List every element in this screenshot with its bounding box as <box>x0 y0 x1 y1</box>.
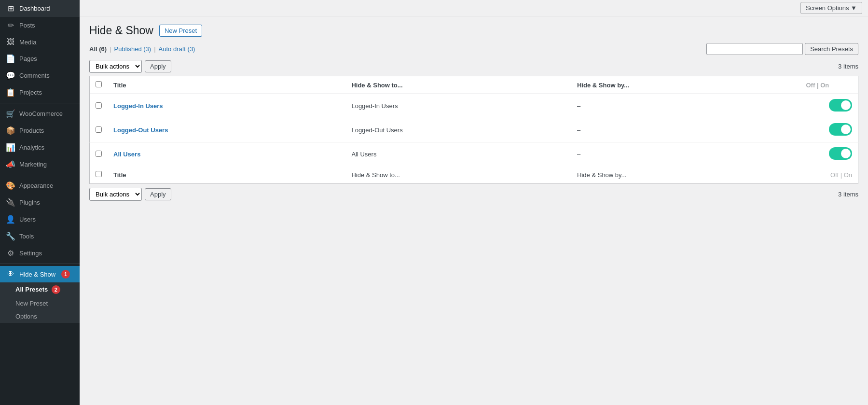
content-area: Hide & Show New Preset All (6) | Publish… <box>80 16 868 405</box>
select-all-checkbox[interactable] <box>96 81 102 87</box>
bottom-apply-button[interactable]: Apply <box>145 188 171 200</box>
row-checkbox-logged-out[interactable] <box>96 126 102 133</box>
sidebar-item-label: Posts <box>19 22 35 29</box>
analytics-icon: 📊 <box>6 143 15 152</box>
hide-show-to-logged-out: Logged-Out Users <box>345 118 571 142</box>
table-row: Logged-In UsersLogged-In Users– <box>90 94 858 118</box>
filter-row: All (6) | Published (3) | Auto draft (3)… <box>89 43 858 55</box>
sidebar-submenu-options[interactable]: Options <box>0 310 80 323</box>
header-hide-show-by: Hide & Show by... <box>571 76 800 94</box>
bulk-actions-left: Bulk actions Apply <box>89 60 171 73</box>
hide-show-icon: 👁 <box>6 270 15 279</box>
sidebar-item-label: Marketing <box>19 161 47 168</box>
main-content: Screen Options ▼ Hide & Show New Preset … <box>80 0 868 405</box>
sidebar-item-comments[interactable]: 💬 Comments <box>0 67 80 84</box>
sidebar-item-analytics[interactable]: 📊 Analytics <box>0 139 80 156</box>
sidebar-divider-2 <box>0 175 80 175</box>
screen-options-button[interactable]: Screen Options ▼ <box>800 2 862 14</box>
top-apply-button[interactable]: Apply <box>145 60 171 72</box>
header-hide-show-to: Hide & Show to... <box>345 76 571 94</box>
hide-show-by-logged-out: – <box>571 118 800 142</box>
row-checkbox-logged-in[interactable] <box>96 102 102 109</box>
sidebar-item-label: Media <box>19 39 36 46</box>
sidebar-item-products[interactable]: 📦 Products <box>0 122 80 139</box>
filter-published-link[interactable]: Published (3) <box>114 45 152 53</box>
footer-off-on: Off | On <box>800 166 858 184</box>
sidebar-item-appearance[interactable]: 🎨 Appearance <box>0 177 80 194</box>
sidebar-item-tools[interactable]: 🔧 Tools <box>0 228 80 245</box>
table-row: All UsersAll Users– <box>90 142 858 167</box>
page-title-row: Hide & Show New Preset <box>89 24 858 37</box>
search-preset-row: Search Presets <box>706 43 858 55</box>
bottom-bulk-actions-select[interactable]: Bulk actions <box>89 188 142 201</box>
sidebar-submenu-new-preset[interactable]: New Preset <box>0 297 80 310</box>
submenu-label: All Presets <box>15 286 48 293</box>
submenu-label: Options <box>15 313 37 320</box>
woocommerce-icon: 🛒 <box>6 109 15 118</box>
pages-icon: 📄 <box>6 54 15 63</box>
header-off-on: Off | On <box>800 76 858 94</box>
sidebar-item-projects[interactable]: 📋 Projects <box>0 84 80 101</box>
sidebar-item-label: Pages <box>19 55 37 62</box>
preset-title-link-all-users[interactable]: All Users <box>113 151 140 158</box>
bottom-bulk-row: Bulk actions Apply 3 items <box>89 188 858 201</box>
sidebar-item-label: Tools <box>19 233 34 240</box>
toggle-cell-logged-in <box>800 94 858 118</box>
top-bulk-row: Bulk actions Apply 3 items <box>89 60 858 73</box>
sidebar-item-label: Hide & Show <box>19 271 55 278</box>
topbar: Screen Options ▼ <box>80 0 868 16</box>
bottom-bulk-actions-left: Bulk actions Apply <box>89 188 171 201</box>
sidebar-item-label: Comments <box>19 72 50 79</box>
sidebar-item-label: Settings <box>19 250 42 257</box>
table-header-row: Title Hide & Show to... Hide & Show by..… <box>90 76 858 94</box>
users-icon: 👤 <box>6 215 15 224</box>
filter-separator-1: | <box>110 45 111 53</box>
table-row: Logged-Out UsersLogged-Out Users– <box>90 118 858 142</box>
tools-icon: 🔧 <box>6 232 15 241</box>
appearance-icon: 🎨 <box>6 181 15 190</box>
plugins-icon: 🔌 <box>6 198 15 207</box>
sidebar-item-label: Dashboard <box>19 5 50 12</box>
new-preset-button[interactable]: New Preset <box>159 25 202 37</box>
search-presets-button[interactable]: Search Presets <box>805 43 858 55</box>
projects-icon: 📋 <box>6 88 15 97</box>
toggle-switch-logged-in[interactable] <box>829 99 852 112</box>
sidebar-item-media[interactable]: 🖼 Media <box>0 34 80 50</box>
toggle-switch-logged-out[interactable] <box>829 123 852 136</box>
sidebar-item-label: Products <box>19 127 44 134</box>
filter-auto-draft-link[interactable]: Auto draft (3) <box>159 45 195 53</box>
row-checkbox-all-users[interactable] <box>96 151 102 157</box>
sidebar-divider <box>0 103 80 103</box>
preset-title-link-logged-in[interactable]: Logged-In Users <box>113 102 163 110</box>
search-presets-input[interactable] <box>706 43 803 55</box>
sidebar-item-pages[interactable]: 📄 Pages <box>0 50 80 67</box>
filter-all-link[interactable]: All (6) <box>89 45 107 53</box>
sidebar-item-label: Plugins <box>19 199 40 206</box>
select-all-footer-checkbox[interactable] <box>96 171 102 177</box>
sidebar-item-label: WooCommerce <box>19 110 63 117</box>
presets-table: Title Hide & Show to... Hide & Show by..… <box>89 76 858 184</box>
sidebar-item-settings[interactable]: ⚙ Settings <box>0 245 80 262</box>
hide-show-by-all-users: – <box>571 142 800 167</box>
hide-show-to-logged-in: Logged-In Users <box>345 94 571 118</box>
toggle-switch-all-users[interactable] <box>829 147 852 160</box>
sidebar-item-marketing[interactable]: 📣 Marketing <box>0 156 80 173</box>
sidebar-item-posts[interactable]: ✏ Posts <box>0 17 80 34</box>
dashboard-icon: ⊞ <box>6 4 15 13</box>
sidebar-item-users[interactable]: 👤 Users <box>0 211 80 228</box>
marketing-icon: 📣 <box>6 160 15 169</box>
footer-hide-show-to: Hide & Show to... <box>345 166 571 184</box>
sidebar-item-plugins[interactable]: 🔌 Plugins <box>0 194 80 211</box>
header-title: Title <box>108 76 345 94</box>
hide-show-to-all-users: All Users <box>345 142 571 167</box>
sidebar-divider-3 <box>0 264 80 264</box>
sidebar-item-label: Analytics <box>19 144 44 151</box>
preset-title-link-logged-out[interactable]: Logged-Out Users <box>113 126 168 134</box>
bulk-actions-select[interactable]: Bulk actions <box>89 60 142 73</box>
sidebar-item-dashboard[interactable]: ⊞ Dashboard <box>0 0 80 17</box>
header-checkbox-col <box>90 76 108 94</box>
sidebar-submenu-all-presets[interactable]: All Presets 2 <box>0 282 80 297</box>
sidebar-item-woocommerce[interactable]: 🛒 WooCommerce <box>0 105 80 122</box>
sidebar-item-hide-show[interactable]: 👁 Hide & Show 1 <box>0 266 80 282</box>
sidebar-item-label: Projects <box>19 89 42 96</box>
